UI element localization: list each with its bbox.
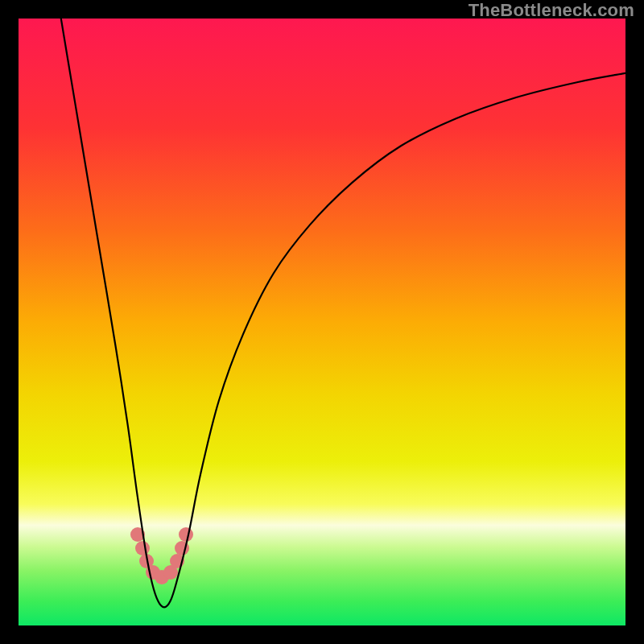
watermark-text: TheBottleneck.com <box>469 0 634 21</box>
chart-svg <box>19 19 625 625</box>
curve-marker <box>135 541 150 555</box>
bottleneck-curve <box>61 19 625 607</box>
plot-area <box>19 19 625 625</box>
curve-marker <box>179 527 193 542</box>
outer-frame: TheBottleneck.com <box>0 0 644 644</box>
